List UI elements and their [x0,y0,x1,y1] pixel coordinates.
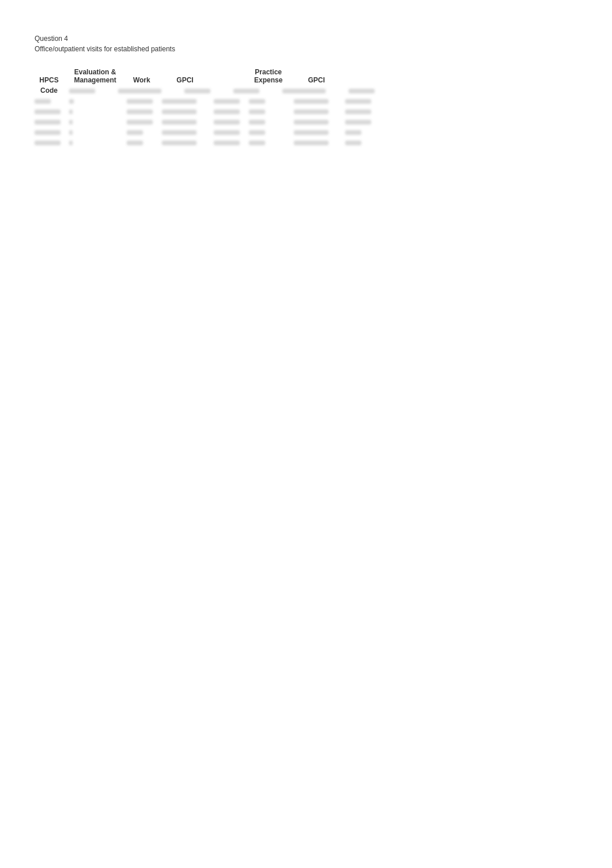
cell-work [127,95,162,107]
cell-gpci1 [162,95,213,107]
cell-last [345,107,380,117]
cell-em [69,138,127,148]
blurred-cell [233,89,259,93]
cell-em [69,107,127,117]
cell-practice [249,107,294,117]
th-gpci2-empty [294,67,345,76]
cell-gpci1 [162,127,213,138]
th-evaluation-group: Evaluation & [69,67,127,76]
cell-last [345,117,380,127]
th-gpci2: GPCI [294,76,345,85]
blurred-cell [118,89,161,93]
th-spacer2 [214,76,249,85]
table-row [35,138,380,148]
th-gpci1-empty [162,67,213,76]
th-management: Management [69,76,127,85]
question-description: Office/outpatient visits for established… [35,45,577,53]
cell-gpci2 [294,127,345,138]
cell-gpci2 [294,107,345,117]
blurred-cell [69,89,95,93]
cell-spacer [214,107,249,117]
cell-em [69,117,127,127]
cell-hcpcs [35,117,69,127]
table-row [35,107,380,117]
question-label: Question 4 [35,35,577,43]
cell-hcpcs [35,95,69,107]
cell-gpci1 [162,138,213,148]
th-hcpcs-empty [35,67,69,76]
blurred-cell [349,89,375,93]
th-spacer1 [214,67,249,76]
table-row [35,127,380,138]
cell-gpci1 [162,117,213,127]
th-work-empty [127,67,162,76]
th-gpci1: GPCI [162,76,213,85]
cell-work [127,138,162,148]
cell-practice [249,117,294,127]
table-row [35,95,380,107]
cell-spacer [214,95,249,107]
data-table: Evaluation & Practice HPCS Management Wo… [35,67,577,148]
cell-hcpcs [35,138,69,148]
table-row [35,117,380,127]
blurred-cell [282,89,326,93]
th-code: Code [35,85,69,95]
cell-work [127,127,162,138]
blurred-cell [184,89,210,93]
cell-last [345,138,380,148]
cell-spacer [214,138,249,148]
cell-spacer [214,117,249,127]
cell-em [69,127,127,138]
cell-gpci2 [294,117,345,127]
cell-practice [249,138,294,148]
th-hcpcs: HPCS [35,76,69,85]
cell-gpci1 [162,107,213,117]
th-expense: Expense [249,76,294,85]
cell-last [345,95,380,107]
cell-hcpcs [35,127,69,138]
cell-work [127,107,162,117]
th-work: Work [127,76,162,85]
cell-em [69,95,127,107]
cell-practice [249,95,294,107]
th-practice-group: Practice [249,67,294,76]
cell-practice [249,127,294,138]
cell-work [127,117,162,127]
cell-hcpcs [35,107,69,117]
th-last [345,76,380,85]
cell-spacer [214,127,249,138]
th-last-empty [345,67,380,76]
cell-gpci2 [294,95,345,107]
cell-gpci2 [294,138,345,148]
th-blurred-header-row [69,85,380,95]
cell-last [345,127,380,138]
